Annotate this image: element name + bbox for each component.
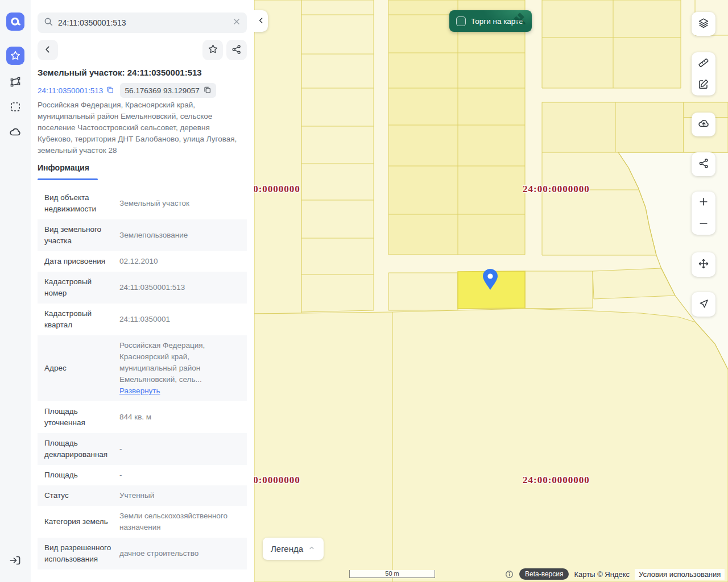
share-nodes-icon — [698, 157, 710, 171]
expand-address-link[interactable]: Развернуть — [119, 385, 160, 397]
legend-button[interactable]: Легенда — [263, 538, 324, 560]
sidebar-item-cloud[interactable] — [6, 123, 24, 142]
map-attribution: Beta-версия Карты © Яндекс Условия испол… — [504, 568, 725, 580]
yandex-attribution: Карты © Яндекс — [574, 570, 630, 579]
coordinates-chip[interactable]: 56.176369 93.129057 — [120, 83, 216, 98]
move-arrows-icon — [697, 257, 710, 272]
sidebar-item-favorites[interactable] — [6, 47, 24, 65]
table-row: Вид разрешенного использованиядачное стр… — [38, 538, 247, 569]
zoom-in-button[interactable] — [692, 192, 715, 213]
cloud-upload-button[interactable] — [692, 113, 715, 136]
table-row: Категория земельЗемли сельскохозяйственн… — [38, 506, 247, 538]
ruler-icon — [697, 56, 710, 70]
search-bar — [38, 13, 247, 33]
trades-checkbox[interactable] — [456, 16, 466, 26]
table-row: Вид объекта недвижимостиЗемельный участо… — [38, 188, 247, 219]
login-icon — [9, 554, 22, 567]
zoom-out-button[interactable] — [692, 213, 715, 235]
table-row: Дата присвоения02.12.2010 — [38, 251, 247, 272]
sidebar-item-parcels[interactable] — [6, 73, 24, 91]
locate-control — [692, 292, 715, 317]
layers-control — [692, 12, 715, 36]
plus-icon — [698, 196, 709, 209]
quarter-label: 24:00:0000000 — [254, 184, 300, 195]
cloud-icon — [9, 126, 22, 139]
dashed-square-icon — [9, 100, 22, 114]
edit-pencil-icon — [697, 78, 710, 92]
quarter-label: 24:00:0000000 — [254, 475, 300, 486]
table-row: Площадь уточненная844 кв. м — [38, 401, 247, 433]
back-button[interactable] — [38, 40, 58, 60]
trades-on-map-toggle[interactable]: Торги на карте — [449, 10, 532, 32]
search-icon — [43, 16, 53, 29]
cloud-upload-icon — [697, 117, 710, 132]
star-outline-icon — [207, 43, 219, 57]
object-address-text: Российская Федерация, Красноярский край,… — [38, 99, 246, 156]
table-row: Площадь- — [38, 465, 247, 485]
icon-rail — [0, 0, 31, 582]
share-object-button[interactable] — [226, 40, 247, 60]
quarter-label: 24:00:0000000 — [523, 184, 590, 195]
minus-icon — [698, 218, 709, 231]
collapse-panel-button[interactable] — [254, 10, 268, 32]
chips-row: 24:11:0350001:513 56.176369 93.129057 — [38, 83, 216, 98]
page-title: Земельный участок: 24:11:0350001:513 — [38, 68, 202, 77]
map-area[interactable]: 24:00:0000000 24:00:0000000 24:00:000000… — [254, 0, 728, 582]
clear-search-icon[interactable] — [232, 17, 241, 28]
favorite-button[interactable] — [202, 40, 223, 60]
legend-label: Легенда — [271, 544, 303, 554]
login-button[interactable] — [6, 551, 24, 569]
share-map-control — [692, 152, 715, 176]
copy-icon[interactable] — [203, 85, 212, 95]
chevron-left-icon — [42, 44, 53, 57]
navigation-arrow-icon — [698, 298, 710, 311]
measure-edit-control — [692, 52, 715, 95]
address-truncated: Российская Федерация, Красноярский край,… — [119, 341, 205, 384]
vector-polygon-icon — [9, 75, 22, 89]
upload-control — [692, 113, 715, 136]
share-map-button[interactable] — [692, 152, 715, 176]
measure-button[interactable] — [692, 52, 715, 74]
table-row: Вид земельного участкаЗемлепользование — [38, 219, 247, 251]
quarter-label: 24:00:0000000 — [523, 475, 590, 486]
gavel-icon — [511, 13, 528, 31]
sidebar-item-select-area[interactable] — [6, 98, 24, 116]
table-row: СтатусУчтенный — [38, 485, 247, 506]
my-location-button[interactable] — [692, 292, 715, 317]
map-canvas[interactable] — [254, 0, 728, 582]
terms-of-use-link[interactable]: Условия использования — [635, 569, 725, 580]
table-row-address: Адрес Российская Федерация, Красноярский… — [38, 335, 247, 401]
edit-button[interactable] — [692, 74, 715, 95]
table-row: Кадастровый номер24:11:0350001:513 — [38, 272, 247, 304]
logo-a-icon — [9, 15, 22, 28]
search-input[interactable] — [58, 18, 232, 27]
info-icon[interactable] — [504, 569, 514, 579]
zoom-control — [692, 192, 715, 235]
tab-information[interactable]: Информация — [38, 163, 89, 172]
tab-active-underline — [38, 178, 98, 180]
pan-button[interactable] — [692, 252, 715, 277]
info-table: Вид объекта недвижимостиЗемельный участо… — [38, 188, 247, 569]
table-row: Площадь декларированная- — [38, 433, 247, 465]
chevron-left-icon — [257, 16, 266, 27]
copy-icon[interactable] — [106, 85, 114, 95]
detail-panel: Земельный участок: 24:11:0350001:513 24:… — [31, 0, 254, 582]
cadastral-number-link[interactable]: 24:11:0350001:513 — [38, 85, 114, 95]
share-nodes-icon — [231, 44, 242, 57]
star-icon — [9, 49, 22, 62]
map-scale-bar: 50 m — [349, 570, 435, 578]
pan-control — [692, 252, 715, 277]
table-row: Кадастровый квартал24:11:0350001 — [38, 304, 247, 335]
layers-icon — [697, 17, 710, 31]
chevron-up-icon — [308, 544, 316, 554]
beta-badge: Beta-версия — [519, 568, 569, 580]
layers-button[interactable] — [692, 12, 715, 36]
app-logo[interactable] — [6, 13, 24, 31]
